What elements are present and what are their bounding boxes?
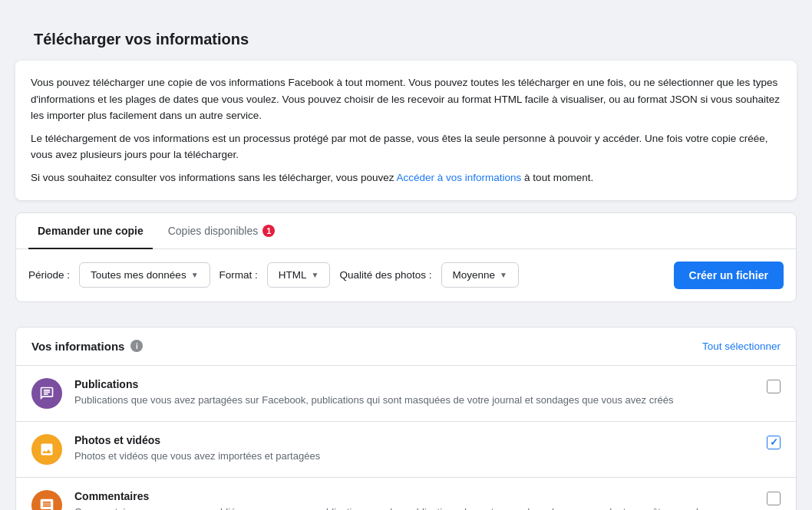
item-row-publications: Publications Publications que vous avez … [16,366,796,422]
vos-informations-header: Vos informations i Tout sélectionner [16,327,796,366]
tab-copies-badge: 1 [262,225,275,237]
publications-checkbox[interactable] [767,380,781,393]
tab-copies[interactable]: Copies disponibles 1 [159,214,285,249]
photos-desc: Photos et vidéos que vous avez importées… [74,449,754,464]
info-paragraph-1: Vous pouvez télécharger une copie de vos… [31,74,781,124]
publications-content: Publications Publications que vous avez … [74,378,754,408]
period-dropdown-arrow: ▼ [191,271,199,279]
commentaires-title: Commentaires [74,490,754,502]
photos-title: Photos et vidéos [74,434,754,446]
info-tooltip-icon[interactable]: i [130,340,143,352]
vos-informations-section: Vos informations i Tout sélectionner Pub… [15,327,797,510]
select-all-link[interactable]: Tout sélectionner [702,341,781,352]
controls-row: Période : Toutes mes données ▼ Format : … [16,249,796,301]
publications-title: Publications [74,378,754,390]
commentaires-icon [31,490,62,510]
info-paragraph-3: Si vous souhaitez consulter vos informat… [31,169,781,186]
page-title: Télécharger vos informations [34,31,778,48]
period-label: Période : [28,269,70,281]
create-button[interactable]: Créer un fichier [674,262,784,289]
commentaires-desc: Commentaires que vous avez publiés sur v… [74,505,754,510]
tabs-header: Demander une copie Copies disponibles 1 [16,213,796,249]
vos-informations-title: Vos informations i [31,340,143,353]
format-label: Format : [220,269,258,281]
item-row-commentaires: Commentaires Commentaires que vous avez … [16,478,796,510]
tab-demander[interactable]: Demander une copie [28,214,153,249]
photos-checkbox[interactable] [767,436,781,449]
quality-label: Qualité des photos : [339,269,431,281]
photos-content: Photos et vidéos Photos et vidéos que vo… [74,434,754,464]
commentaires-content: Commentaires Commentaires que vous avez … [74,490,754,510]
period-dropdown[interactable]: Toutes mes données ▼ [79,262,210,288]
quality-dropdown-arrow: ▼ [500,271,507,279]
acces-informations-link[interactable]: Accéder à vos informations [397,172,522,183]
publications-icon [31,378,62,409]
publications-desc: Publications que vous avez partagées sur… [74,393,754,408]
format-dropdown[interactable]: HTML ▼ [267,262,331,288]
commentaires-checkbox[interactable] [767,492,781,505]
photos-icon [31,434,62,465]
info-paragraph-2: Le téléchargement de vos informations es… [31,130,781,163]
format-dropdown-arrow: ▼ [312,271,319,279]
item-row-photos: Photos et vidéos Photos et vidéos que vo… [16,422,796,478]
quality-dropdown[interactable]: Moyenne ▼ [441,262,519,288]
